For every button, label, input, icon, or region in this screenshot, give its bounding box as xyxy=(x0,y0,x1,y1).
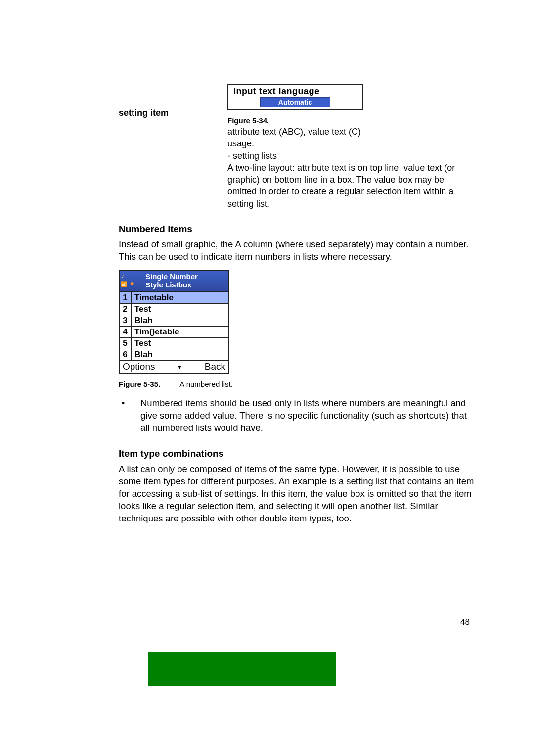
list-item-number: 3 xyxy=(120,315,132,326)
numbered-items-heading: Numbered items xyxy=(119,224,475,235)
list-item[interactable]: 2 Test xyxy=(120,304,228,315)
figure-5-35-label: Figure 5-35. xyxy=(119,380,178,388)
item-type-combinations-paragraph: A list can only be composed of items of … xyxy=(119,463,475,525)
numbered-items-paragraph: Instead of small graphic, the A column (… xyxy=(119,238,475,263)
list-item-text: Blah xyxy=(132,349,228,360)
setting-value-row: Automatic xyxy=(228,97,362,107)
list-item-number: 6 xyxy=(120,349,132,360)
fig34-desc-para: A two-line layout: attribute text is on … xyxy=(227,163,455,209)
fig34-desc-line2: usage: xyxy=(227,139,254,148)
list-item[interactable]: 4 Tim()etable xyxy=(120,327,228,338)
phone-title-line2: Style Listbox xyxy=(145,281,226,289)
page-number: 48 xyxy=(460,617,470,627)
list-item-number: 5 xyxy=(120,338,132,349)
figure-5-35-text: A numbered list. xyxy=(179,380,233,388)
fig34-desc-line3: - setting lists xyxy=(227,151,277,161)
softkey-left[interactable]: Options xyxy=(123,361,155,372)
list-item-number: 1 xyxy=(120,292,132,303)
list-item-text: Blah xyxy=(132,315,228,326)
list-item[interactable]: 3 Blah xyxy=(120,315,228,327)
figure-5-34-column: Input text language Automatic Figure 5-3… xyxy=(227,84,475,210)
phone-status-icons: ♪ 📶 ● xyxy=(121,272,134,288)
bullet-dot-icon: • xyxy=(119,397,140,434)
music-icon: ♪ xyxy=(121,271,125,280)
figure-5-35-caption: Figure 5-35. A numbered list. xyxy=(119,380,475,388)
setting-item-row: setting item Input text language Automat… xyxy=(119,84,475,210)
item-type-combinations-heading: Item type combinations xyxy=(119,448,475,459)
page: setting item Input text language Automat… xyxy=(0,0,534,756)
softkey-down-icon[interactable]: ▾ xyxy=(178,363,181,371)
setting-attribute-text: Input text language xyxy=(228,85,362,97)
list-item[interactable]: 5 Test xyxy=(120,338,228,349)
fig34-desc-line1: attribute text (ABC), value text (C) xyxy=(227,127,361,137)
softkey-right[interactable]: Back xyxy=(205,361,225,372)
footer-green-bar xyxy=(148,652,336,686)
setting-item-example: Input text language Automatic xyxy=(227,84,363,110)
list-item-text: Timetable xyxy=(132,292,228,303)
list-item-text: Test xyxy=(132,304,228,315)
phone-screenshot: ♪ 📶 ● Single Number Style Listbox 1 Time… xyxy=(119,270,229,374)
ball-icon: ● xyxy=(130,279,134,287)
setting-value-box: Automatic xyxy=(260,97,330,107)
list-item-text: Tim()etable xyxy=(132,327,228,337)
phone-list: 1 Timetable 2 Test 3 Blah 4 Tim()etable … xyxy=(120,292,228,360)
figure-5-34-label: Figure 5-34. xyxy=(227,116,475,125)
phone-softkey-bar: Options ▾ Back xyxy=(120,360,228,373)
list-item[interactable]: 6 Blah xyxy=(120,349,228,360)
bullet-text: Numbered items should be used only in li… xyxy=(140,397,475,434)
list-item-number: 2 xyxy=(120,304,132,315)
signal-icon: 📶 xyxy=(121,281,128,287)
phone-titlebar: ♪ 📶 ● Single Number Style Listbox xyxy=(120,271,228,292)
list-item[interactable]: 1 Timetable xyxy=(120,292,228,304)
list-item-number: 4 xyxy=(120,327,132,337)
phone-title-line1: Single Number xyxy=(145,272,226,281)
list-item-text: Test xyxy=(132,338,228,349)
bullet-item: • Numbered items should be used only in … xyxy=(119,397,475,434)
figure-5-34-description: attribute text (ABC), value text (C) usa… xyxy=(227,126,475,210)
setting-item-label: setting item xyxy=(119,84,218,118)
